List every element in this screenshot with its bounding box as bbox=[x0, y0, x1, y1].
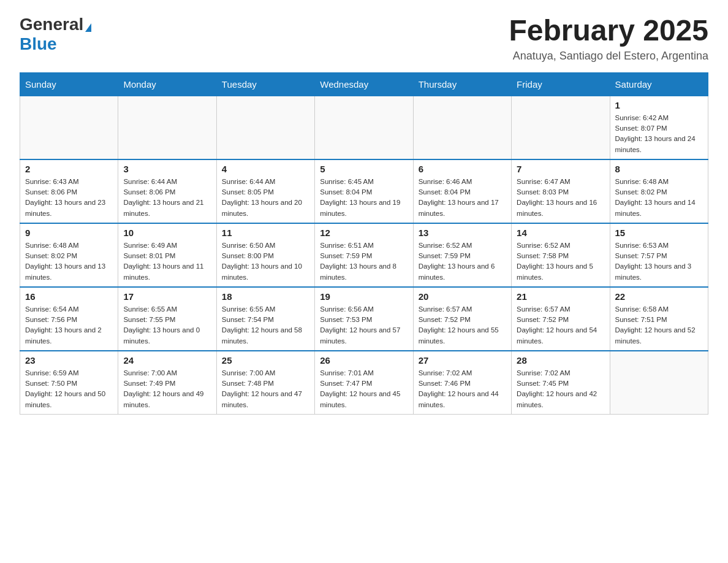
calendar-cell: 3Sunrise: 6:44 AMSunset: 8:06 PMDaylight… bbox=[118, 159, 216, 223]
day-info: Sunrise: 7:00 AMSunset: 7:48 PMDaylight:… bbox=[222, 368, 309, 410]
day-number: 1 bbox=[615, 100, 703, 110]
calendar-cell: 27Sunrise: 7:02 AMSunset: 7:46 PMDayligh… bbox=[413, 351, 511, 415]
calendar-cell: 10Sunrise: 6:49 AMSunset: 8:01 PMDayligh… bbox=[118, 223, 216, 287]
calendar-cell bbox=[20, 96, 118, 159]
day-number: 25 bbox=[222, 355, 309, 366]
calendar-week-1: 1Sunrise: 6:42 AMSunset: 8:07 PMDaylight… bbox=[20, 96, 708, 159]
calendar-cell: 9Sunrise: 6:48 AMSunset: 8:02 PMDaylight… bbox=[20, 223, 118, 287]
calendar-cell: 1Sunrise: 6:42 AMSunset: 8:07 PMDaylight… bbox=[610, 96, 708, 159]
header-sunday: Sunday bbox=[20, 72, 118, 96]
day-info: Sunrise: 6:45 AMSunset: 8:04 PMDaylight:… bbox=[320, 177, 408, 219]
calendar-cell: 11Sunrise: 6:50 AMSunset: 8:00 PMDayligh… bbox=[216, 223, 314, 287]
calendar-cell: 12Sunrise: 6:51 AMSunset: 7:59 PMDayligh… bbox=[315, 223, 413, 287]
calendar-cell: 26Sunrise: 7:01 AMSunset: 7:47 PMDayligh… bbox=[315, 351, 413, 415]
day-number: 5 bbox=[320, 164, 408, 174]
day-info: Sunrise: 6:47 AMSunset: 8:03 PMDaylight:… bbox=[517, 177, 604, 219]
day-number: 9 bbox=[25, 228, 113, 238]
page-header: General Blue February 2025 Anatuya, Sant… bbox=[20, 15, 708, 63]
day-number: 18 bbox=[222, 291, 309, 302]
day-info: Sunrise: 6:54 AMSunset: 7:56 PMDaylight:… bbox=[25, 304, 113, 347]
location: Anatuya, Santiago del Estero, Argentina bbox=[509, 50, 708, 63]
header-thursday: Thursday bbox=[413, 72, 511, 96]
day-number: 20 bbox=[419, 291, 506, 302]
day-number: 11 bbox=[222, 228, 309, 238]
calendar-cell: 13Sunrise: 6:52 AMSunset: 7:59 PMDayligh… bbox=[413, 223, 511, 287]
day-info: Sunrise: 6:59 AMSunset: 7:50 PMDaylight:… bbox=[25, 368, 113, 410]
day-number: 16 bbox=[25, 291, 113, 302]
day-number: 17 bbox=[123, 291, 211, 302]
calendar-cell bbox=[413, 96, 511, 159]
header-monday: Monday bbox=[118, 72, 216, 96]
day-info: Sunrise: 7:00 AMSunset: 7:49 PMDaylight:… bbox=[123, 368, 211, 410]
calendar-cell: 4Sunrise: 6:44 AMSunset: 8:05 PMDaylight… bbox=[216, 159, 314, 223]
calendar-cell: 14Sunrise: 6:52 AMSunset: 7:58 PMDayligh… bbox=[512, 223, 610, 287]
day-number: 12 bbox=[320, 228, 408, 238]
day-number: 26 bbox=[320, 355, 408, 366]
day-number: 10 bbox=[123, 228, 211, 238]
day-info: Sunrise: 6:49 AMSunset: 8:01 PMDaylight:… bbox=[123, 240, 211, 283]
calendar-cell: 16Sunrise: 6:54 AMSunset: 7:56 PMDayligh… bbox=[20, 287, 118, 351]
day-number: 23 bbox=[25, 355, 113, 366]
logo-general: General bbox=[20, 15, 83, 34]
day-info: Sunrise: 6:57 AMSunset: 7:52 PMDaylight:… bbox=[517, 304, 604, 347]
day-info: Sunrise: 6:55 AMSunset: 7:55 PMDaylight:… bbox=[123, 304, 211, 347]
day-info: Sunrise: 7:01 AMSunset: 7:47 PMDaylight:… bbox=[320, 368, 408, 410]
month-title: February 2025 bbox=[509, 15, 708, 47]
calendar-cell: 5Sunrise: 6:45 AMSunset: 8:04 PMDaylight… bbox=[315, 159, 413, 223]
calendar-cell: 24Sunrise: 7:00 AMSunset: 7:49 PMDayligh… bbox=[118, 351, 216, 415]
header-wednesday: Wednesday bbox=[315, 72, 413, 96]
day-info: Sunrise: 7:02 AMSunset: 7:45 PMDaylight:… bbox=[517, 368, 604, 410]
calendar-week-3: 9Sunrise: 6:48 AMSunset: 8:02 PMDaylight… bbox=[20, 223, 708, 287]
day-number: 24 bbox=[123, 355, 211, 366]
calendar-cell: 28Sunrise: 7:02 AMSunset: 7:45 PMDayligh… bbox=[512, 351, 610, 415]
day-info: Sunrise: 6:57 AMSunset: 7:52 PMDaylight:… bbox=[419, 304, 506, 347]
day-info: Sunrise: 6:42 AMSunset: 8:07 PMDaylight:… bbox=[615, 113, 703, 155]
day-info: Sunrise: 6:48 AMSunset: 8:02 PMDaylight:… bbox=[25, 240, 113, 283]
calendar-cell: 21Sunrise: 6:57 AMSunset: 7:52 PMDayligh… bbox=[512, 287, 610, 351]
day-info: Sunrise: 6:50 AMSunset: 8:00 PMDaylight:… bbox=[222, 240, 309, 283]
calendar-week-2: 2Sunrise: 6:43 AMSunset: 8:06 PMDaylight… bbox=[20, 159, 708, 223]
calendar-cell bbox=[512, 96, 610, 159]
calendar-cell: 8Sunrise: 6:48 AMSunset: 8:02 PMDaylight… bbox=[610, 159, 708, 223]
title-block: February 2025 Anatuya, Santiago del Este… bbox=[509, 15, 708, 63]
calendar-cell: 22Sunrise: 6:58 AMSunset: 7:51 PMDayligh… bbox=[610, 287, 708, 351]
day-info: Sunrise: 6:58 AMSunset: 7:51 PMDaylight:… bbox=[615, 304, 703, 347]
day-number: 22 bbox=[615, 291, 703, 302]
calendar-cell: 15Sunrise: 6:53 AMSunset: 7:57 PMDayligh… bbox=[610, 223, 708, 287]
logo-triangle-icon bbox=[85, 23, 91, 32]
day-number: 19 bbox=[320, 291, 408, 302]
calendar-cell: 25Sunrise: 7:00 AMSunset: 7:48 PMDayligh… bbox=[216, 351, 314, 415]
day-info: Sunrise: 6:44 AMSunset: 8:06 PMDaylight:… bbox=[123, 177, 211, 219]
calendar-cell bbox=[610, 351, 708, 415]
logo: General Blue bbox=[20, 15, 91, 54]
calendar-cell: 17Sunrise: 6:55 AMSunset: 7:55 PMDayligh… bbox=[118, 287, 216, 351]
day-info: Sunrise: 6:56 AMSunset: 7:53 PMDaylight:… bbox=[320, 304, 408, 347]
day-info: Sunrise: 6:52 AMSunset: 7:59 PMDaylight:… bbox=[419, 240, 506, 283]
calendar-cell: 7Sunrise: 6:47 AMSunset: 8:03 PMDaylight… bbox=[512, 159, 610, 223]
header-saturday: Saturday bbox=[610, 72, 708, 96]
calendar-header-row: Sunday Monday Tuesday Wednesday Thursday… bbox=[20, 72, 708, 96]
calendar-cell: 6Sunrise: 6:46 AMSunset: 8:04 PMDaylight… bbox=[413, 159, 511, 223]
day-info: Sunrise: 6:44 AMSunset: 8:05 PMDaylight:… bbox=[222, 177, 309, 219]
day-number: 21 bbox=[517, 291, 604, 302]
calendar-cell: 18Sunrise: 6:55 AMSunset: 7:54 PMDayligh… bbox=[216, 287, 314, 351]
day-number: 2 bbox=[25, 164, 113, 174]
day-number: 6 bbox=[419, 164, 506, 174]
day-info: Sunrise: 6:48 AMSunset: 8:02 PMDaylight:… bbox=[615, 177, 703, 219]
logo-blue-text: Blue bbox=[20, 34, 57, 54]
day-number: 7 bbox=[517, 164, 604, 174]
calendar: Sunday Monday Tuesday Wednesday Thursday… bbox=[20, 72, 708, 415]
calendar-cell: 2Sunrise: 6:43 AMSunset: 8:06 PMDaylight… bbox=[20, 159, 118, 223]
day-number: 13 bbox=[419, 228, 506, 238]
day-number: 14 bbox=[517, 228, 604, 238]
day-info: Sunrise: 7:02 AMSunset: 7:46 PMDaylight:… bbox=[419, 368, 506, 410]
day-number: 15 bbox=[615, 228, 703, 238]
header-friday: Friday bbox=[512, 72, 610, 96]
calendar-cell bbox=[315, 96, 413, 159]
logo-blue: Blue bbox=[20, 34, 57, 53]
day-number: 28 bbox=[517, 355, 604, 366]
calendar-week-5: 23Sunrise: 6:59 AMSunset: 7:50 PMDayligh… bbox=[20, 351, 708, 415]
day-info: Sunrise: 6:55 AMSunset: 7:54 PMDaylight:… bbox=[222, 304, 309, 347]
calendar-week-4: 16Sunrise: 6:54 AMSunset: 7:56 PMDayligh… bbox=[20, 287, 708, 351]
day-number: 3 bbox=[123, 164, 211, 174]
